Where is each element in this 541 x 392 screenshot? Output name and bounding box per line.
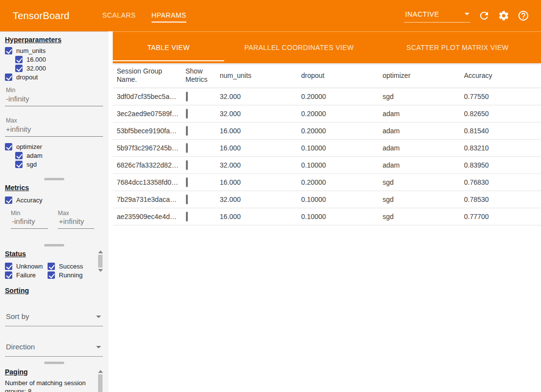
session-group-name-cell: 3df0d7cf35bec5a… (117, 93, 185, 100)
dropout-max-input[interactable]: +infinity (5, 125, 103, 137)
col-header-optimizer[interactable]: optimizer (383, 72, 464, 80)
checkbox-checked-icon (5, 143, 12, 150)
show-metrics-checkbox[interactable] (186, 109, 188, 119)
dropout-cell: 0.10000 (301, 144, 383, 152)
tab-table-view-label: TABLE VIEW (147, 44, 189, 51)
table-row: 5b97f3c2967245b… 16.000 0.10000 adam 0.8… (113, 140, 541, 157)
matching-groups-summary: Number of matching session groups: 8 (5, 379, 96, 392)
tab-hparams[interactable]: HPARAMS (144, 0, 194, 31)
col-header-num-units[interactable]: num_units (220, 72, 301, 80)
gear-icon[interactable] (498, 10, 510, 22)
status-scrollbar[interactable] (98, 250, 103, 272)
col-header-dropout[interactable]: dropout (301, 72, 383, 80)
checkbox-checked-icon (15, 56, 23, 63)
checkbox-checked-icon (48, 263, 55, 270)
hparam-value-sgd-row[interactable]: sgd (15, 160, 37, 169)
hparam-label: dropout (16, 74, 38, 81)
refresh-icon[interactable] (478, 10, 490, 22)
optimizer-cell: sgd (383, 93, 464, 100)
table-header-row: Session Group Name. Show Metrics num_uni… (113, 63, 541, 88)
help-icon[interactable] (517, 10, 529, 22)
hparam-value-32-row[interactable]: 32.000 (15, 64, 46, 73)
dropout-cell: 0.10000 (301, 161, 383, 169)
tab-table-view[interactable]: TABLE VIEW (113, 32, 224, 63)
accuracy-min-label: Min (11, 210, 20, 217)
accuracy-max-label: Max (58, 210, 69, 217)
scrollbar-thumb[interactable] (98, 255, 103, 268)
dropout-cell: 0.20000 (301, 178, 383, 186)
dropout-min-input[interactable]: -infinity (5, 95, 103, 106)
scroll-up-icon[interactable] (98, 370, 103, 373)
status-heading: Status (5, 250, 26, 258)
checkbox-checked-icon (5, 74, 12, 81)
metric-accuracy-row[interactable]: Accuracy (5, 196, 42, 204)
show-metrics-checkbox[interactable] (186, 177, 188, 187)
show-metrics-checkbox[interactable] (186, 92, 188, 101)
optimizer-cell: adam (383, 161, 464, 169)
status-label: Unknown (16, 263, 43, 270)
tab-parallel-coordinates-view[interactable]: PARALLEL COORDINATES VIEW (224, 32, 374, 63)
show-metrics-checkbox[interactable] (186, 212, 188, 221)
hparam-dropout-row[interactable]: dropout (5, 73, 38, 81)
hparam-optimizer-row[interactable]: optimizer (5, 142, 42, 151)
session-group-name-cell: ae235909ec4e4d… (117, 213, 185, 220)
num-units-cell: 32.000 (220, 196, 301, 203)
checkbox-checked-icon (5, 271, 12, 279)
metrics-heading: Metrics (5, 184, 29, 192)
resize-handle[interactable] (44, 244, 64, 246)
num-units-cell: 32.000 (220, 161, 301, 169)
scrollbar-thumb[interactable] (98, 374, 103, 392)
session-group-name-cell: 7b29a731e3daca… (117, 196, 185, 203)
hparams-main-panel: TABLE VIEW PARALLEL COORDINATES VIEW SCA… (113, 31, 541, 392)
table-row: 7b29a731e3daca… 32.000 0.10000 sgd 0.785… (113, 191, 541, 208)
accuracy-max-input[interactable]: +infinity (58, 217, 94, 229)
session-group-name-cell: 5b97f3c2967245b… (117, 144, 185, 152)
resize-handle[interactable] (44, 362, 64, 364)
accuracy-min-input[interactable]: -infinity (11, 217, 48, 229)
num-units-cell: 32.000 (220, 110, 301, 118)
checkbox-checked-icon (15, 152, 23, 159)
session-group-name-cell: 7684dcc13358fd0… (117, 178, 185, 186)
checkbox-checked-icon (5, 263, 12, 270)
col-header-session-group-name[interactable]: Session Group Name. (117, 67, 185, 84)
num-units-cell: 16.000 (220, 127, 301, 135)
status-failure-row[interactable]: Failure (5, 270, 36, 279)
view-tabs: TABLE VIEW PARALLEL COORDINATES VIEW SCA… (113, 31, 541, 63)
hparam-value-adam-row[interactable]: adam (15, 151, 43, 160)
status-running-row[interactable]: Running (48, 270, 82, 279)
hyperparameters-heading: Hyperparameters (5, 36, 61, 44)
col-header-show-metrics[interactable]: Show Metrics (185, 67, 220, 84)
table-row: 6826c7fa3322d82… 32.000 0.10000 adam 0.8… (113, 157, 541, 174)
status-label: Running (59, 271, 82, 279)
scroll-up-icon[interactable] (98, 250, 103, 253)
direction-select[interactable]: Direction (5, 343, 103, 357)
hparam-label: num_units (16, 47, 46, 54)
show-metrics-checkbox[interactable] (186, 126, 188, 136)
scroll-down-icon[interactable] (98, 269, 103, 272)
hparam-value-label: adam (26, 152, 43, 159)
col-header-accuracy[interactable]: Accuracy (464, 72, 541, 80)
tab-scatter-plot-matrix-view[interactable]: SCATTER PLOT MATRIX VIEW (374, 32, 541, 63)
resize-handle[interactable] (44, 178, 64, 180)
show-metrics-checkbox[interactable] (186, 160, 188, 170)
sort-by-select[interactable]: Sort by (5, 312, 103, 326)
reload-status-dropdown[interactable]: INACTIVE (404, 9, 470, 23)
tab-scalars[interactable]: SCALARS (95, 0, 144, 31)
dropout-cell: 0.20000 (301, 127, 383, 135)
paging-scrollbar[interactable] (98, 370, 103, 392)
dropout-cell: 0.10000 (301, 213, 383, 220)
checkbox-checked-icon (5, 196, 12, 204)
status-success-row[interactable]: Success (48, 262, 83, 270)
show-metrics-checkbox[interactable] (186, 195, 188, 204)
show-metrics-checkbox[interactable] (186, 143, 188, 153)
hparam-num-units-row[interactable]: num_units (5, 46, 46, 55)
hparam-value-label: 16.000 (26, 56, 46, 63)
hparam-value-16-row[interactable]: 16.000 (15, 55, 46, 64)
reload-status-value: INACTIVE (405, 10, 439, 18)
accuracy-cell: 0.82650 (464, 110, 541, 118)
paging-heading: Paging (5, 368, 28, 376)
status-unknown-row[interactable]: Unknown (5, 262, 43, 270)
num-units-cell: 32.000 (220, 93, 301, 100)
checkbox-checked-icon (5, 47, 12, 54)
chevron-down-icon (464, 13, 469, 15)
